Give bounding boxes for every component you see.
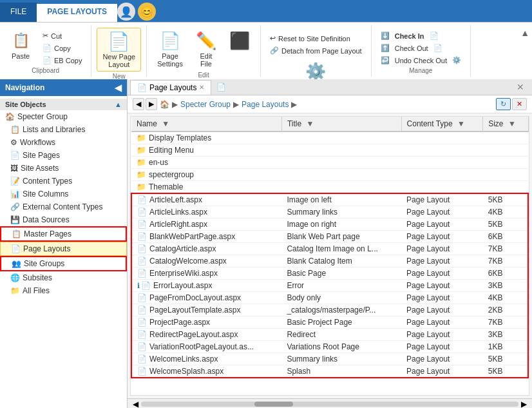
file-icon: 📄 [141,281,151,290]
undo-check-out-button[interactable]: ↩️ Undo Check Out ⚙️ [377,55,465,66]
file-icon: 📄 [137,318,147,327]
extra-edit-icon: ⬛ [229,30,250,51]
nav-item-master-pages[interactable]: 📋 Master Pages [0,226,127,242]
table-row[interactable]: 📁en-us [131,157,528,169]
cut-button[interactable]: ✂ Cut [39,30,86,41]
check-in-button[interactable]: ⬇️ Check In 📄 [377,30,442,41]
table-row[interactable]: 📄CatalogArticle.aspx Catalog Item Image … [131,243,528,255]
table-row[interactable]: 📄ProjectPage.aspx Basic Project Page Pag… [131,316,528,329]
nav-item-site-columns[interactable]: 📊 Site Columns [0,188,127,200]
site-objects-toggle[interactable]: ▲ [115,101,122,108]
ribbon-collapse-button[interactable]: ▲ [520,28,529,38]
user-smiley-icon: 😊 [138,3,156,21]
table-row[interactable]: 📄WelcomeLinks.aspx Summary links Page La… [131,353,528,365]
file-icon: 📄 [137,330,147,339]
file-icon: 📄 [137,269,147,278]
master-pages-icon: 📋 [12,229,21,238]
check-out-button[interactable]: ⬆️ Check Out 📄 [377,43,446,53]
scroll-right-button[interactable]: ▶ [518,400,529,409]
table-row[interactable]: 📄ArticleLinks.aspx Summary links Page La… [131,206,528,219]
table-row[interactable]: 📄RedirectPageLayout.aspx Redirect Page L… [131,329,528,341]
check-in-extra-icon: 📄 [430,32,439,40]
table-row[interactable]: 📄PageFromDocLayout.aspx Body only Page L… [131,292,528,304]
info-icon: ℹ [137,282,140,289]
user-avatar-icon: 👤 [117,3,135,21]
page-settings-icon: 📄 [160,30,180,51]
table-row[interactable]: 📁Display Templates [131,131,528,144]
column-content-type[interactable]: Content Type ▼ [401,117,483,131]
tab-close-button[interactable]: ✕ [199,84,204,91]
detach-layout-button[interactable]: 🔗 Detach from Page Layout [266,45,366,56]
refresh-button[interactable]: ↻ [496,98,511,110]
nav-item-specter-group[interactable]: 🏠 Specter Group [0,110,127,123]
breadcrumb-specter-group[interactable]: Specter Group [180,100,231,109]
folder-icon: 📁 [137,158,146,167]
all-files-icon: 📁 [10,286,20,295]
table-row[interactable]: 📁Editing Menu [131,144,528,157]
nav-item-workflows[interactable]: ⚙ Workflows [0,136,127,149]
undo-check-extra-icon: ⚙️ [452,56,461,64]
nav-item-site-assets[interactable]: 🖼 Site Assets [0,162,127,175]
file-tab[interactable]: FILE [0,3,37,22]
nav-collapse-button[interactable]: ◀ [115,83,122,93]
table-row[interactable]: 📄WelcomeSplash.aspx Splash Page Layout 5… [131,365,528,378]
file-icon: 📄 [137,355,147,364]
table-row[interactable]: 📄CatalogWelcome.aspx Blank Catalog Item … [131,255,528,267]
workflows-icon: ⚙ [10,138,17,147]
edit-file-button[interactable]: ✏️ EditFile [191,28,222,70]
page-layouts-tab[interactable]: PAGE LAYOUTS [37,3,117,22]
page-settings-button[interactable]: 📄 PageSettings [152,28,188,70]
tab-close-x[interactable]: ✕ [511,79,529,95]
table-row[interactable]: 📁Themable [131,181,528,194]
page-layouts-tab-content[interactable]: 📄 Page Layouts ✕ [130,80,211,95]
breadcrumb-sep-3: ▶ [291,100,297,109]
table-row[interactable]: 📁spectergroup [131,169,528,181]
extra-edit-button[interactable]: ⬛ [224,28,255,55]
second-tab[interactable]: 📄 [211,80,231,94]
scroll-left-button[interactable]: ◀ [130,400,141,409]
nav-item-lists-libraries[interactable]: 📋 Lists and Libraries [0,123,127,136]
breadcrumb-forward-button[interactable]: ▶ [146,98,157,110]
table-row[interactable]: 📄ArticleRight.aspx Image on right Page L… [131,219,528,231]
table-row[interactable]: 📄BlankWebPartPage.aspx Blank Web Part pa… [131,231,528,243]
page-layouts-tab-icon: 📄 [137,83,147,92]
new-page-layout-icon: 📄 [109,31,129,52]
column-name[interactable]: Name ▼ [131,117,281,131]
nav-item-data-sources[interactable]: 💾 Data Sources [0,213,127,226]
file-icon: 📄 [137,342,147,351]
nav-item-all-files[interactable]: 📁 All Files [0,284,127,297]
eb-copy-button[interactable]: 📄 EB Copy [39,55,86,66]
table-row[interactable]: 📄VariationRootPageLayout.as... Variation… [131,341,528,353]
breadcrumb-page-layouts[interactable]: Page Layouts [242,100,289,109]
edit-file-icon: ✏️ [196,30,216,51]
nav-item-external-content-types[interactable]: 🔗 External Content Types [0,200,127,213]
paste-icon: 📋 [10,30,31,51]
nav-item-site-groups[interactable]: 👥 Site Groups [0,256,127,271]
paste-button[interactable]: 📋 Paste [5,28,36,63]
folder-icon: 📁 [137,182,146,191]
copy-button[interactable]: 📄 Copy [39,43,86,53]
table-row[interactable]: 📄ArticleLeft.aspx Image on left Page Lay… [131,193,528,206]
folder-icon: 📁 [137,133,146,142]
breadcrumb-home-icon[interactable]: 🏠 [160,100,169,109]
file-icon: 📄 [137,293,147,302]
table-row[interactable]: 📄PageLayoutTemplate.aspx _catalogs/maste… [131,304,528,316]
subsites-icon: 🌐 [10,273,20,282]
nav-item-subsites[interactable]: 🌐 Subsites [0,271,127,284]
reset-site-button[interactable]: ↩ Reset to Site Definition [266,33,354,44]
eb-copy-icon: 📄 [43,56,52,64]
column-title[interactable]: Title ▼ [281,117,401,131]
nav-item-content-types[interactable]: 📝 Content Types [0,175,127,188]
table-row[interactable]: ℹ📄ErrorLayout.aspx Error Page Layout 3KB [131,280,528,292]
file-icon: 📄 [137,306,147,315]
table-row[interactable]: 📄EnterpriseWiki.aspx Basic Page Page Lay… [131,267,528,280]
nav-item-page-layouts[interactable]: 📄 Page Layouts [0,242,127,256]
nav-item-site-pages[interactable]: 📄 Site Pages [0,149,127,162]
lists-libraries-icon: 📋 [10,125,20,134]
new-page-layout-button[interactable]: 📄 New PageLayout [97,28,141,72]
column-size[interactable]: Size ▼ [483,117,528,131]
breadcrumb-back-button[interactable]: ◀ [133,98,144,110]
breadcrumb-sep-2: ▶ [233,100,239,109]
stop-button[interactable]: ✕ [512,98,527,110]
specter-group-icon: 🏠 [5,112,15,121]
